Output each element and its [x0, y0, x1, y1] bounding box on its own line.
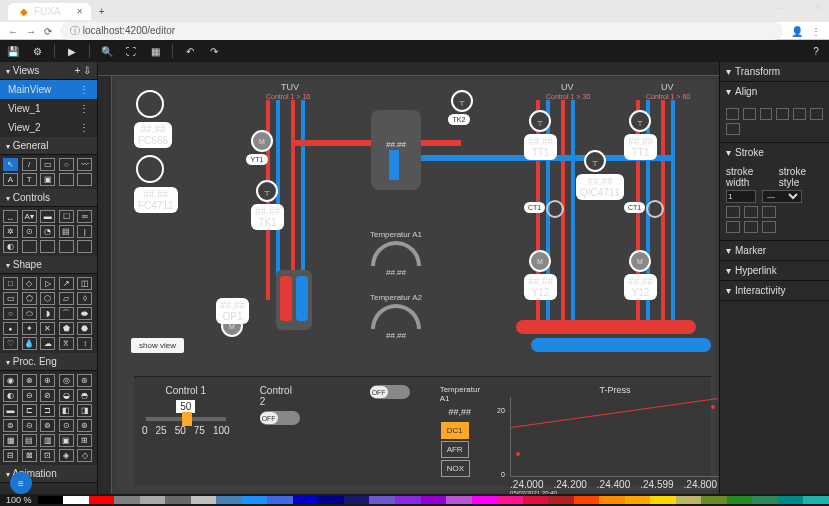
manifold-blue[interactable] — [531, 338, 711, 352]
tag-ct1b[interactable]: CT1 — [624, 202, 645, 213]
align-center-h[interactable] — [743, 108, 756, 120]
profile-icon[interactable]: 👤 — [791, 26, 803, 37]
gauge-a1[interactable]: Temperatur A1 ##.## — [366, 230, 426, 277]
tag-fc666[interactable]: ##.##FC666 — [134, 122, 172, 148]
tank[interactable]: ##.## — [371, 110, 421, 190]
expand-icon[interactable]: ⛶ — [124, 44, 138, 58]
gauge-a2[interactable]: Temperatur A2 ##.## — [366, 293, 426, 340]
zoom-level[interactable]: 100 % — [0, 495, 38, 505]
color-swatch[interactable] — [701, 496, 727, 504]
text2-tool[interactable]: T — [22, 173, 37, 186]
ellipse-tool[interactable]: ○ — [59, 158, 74, 171]
color-swatch[interactable] — [242, 496, 268, 504]
add-view-icon[interactable]: + — [74, 65, 80, 76]
general-header[interactable]: ▾ General — [0, 137, 97, 155]
dist-h[interactable] — [726, 123, 740, 135]
control-2-toggle[interactable]: OFF — [260, 411, 300, 425]
stroke-header[interactable]: ▾Stroke — [720, 143, 829, 162]
align-top[interactable] — [776, 108, 789, 120]
color-swatch[interactable] — [676, 496, 702, 504]
show-view-button[interactable]: show view — [131, 338, 184, 353]
color-swatch[interactable] — [421, 496, 447, 504]
tag-y12a[interactable]: ##.##Y12 — [524, 274, 557, 300]
trend-chart[interactable]: 20 0 — [510, 397, 719, 477]
view-item-1[interactable]: View_1⋮ — [0, 99, 97, 118]
reload-button[interactable]: ⟳ — [44, 26, 52, 37]
sensor-tk2[interactable]: ┬ — [451, 90, 473, 112]
control-1-slider[interactable] — [146, 417, 226, 421]
pointer-tool[interactable]: ↖ — [3, 158, 18, 171]
shape-header[interactable]: ▾ Shape — [0, 256, 97, 274]
fab-button[interactable]: ≡ — [10, 472, 32, 494]
maximize-button[interactable]: □ — [795, 2, 801, 13]
color-swatch[interactable] — [344, 496, 370, 504]
color-swatch[interactable] — [63, 496, 89, 504]
tag-ct1a[interactable]: CT1 — [524, 202, 545, 213]
tag-qi[interactable]: ##.##QIC4711 — [576, 174, 624, 200]
chip-afr[interactable]: AFR — [441, 441, 469, 458]
stroke-style-select[interactable]: — — [762, 190, 802, 203]
tab-close-icon[interactable]: × — [77, 6, 83, 17]
indicator-fc666[interactable] — [136, 90, 164, 118]
color-swatch[interactable] — [140, 496, 166, 504]
tag-tk1[interactable]: ##.##TK1 — [251, 204, 284, 230]
color-swatch[interactable] — [752, 496, 778, 504]
image-tool[interactable]: ▣ — [40, 173, 55, 186]
sensor-tt1b[interactable]: ┬ — [629, 110, 651, 132]
close-button[interactable]: ✕ — [813, 2, 821, 13]
color-swatch[interactable] — [293, 496, 319, 504]
view-item-2[interactable]: View_2⋮ — [0, 118, 97, 137]
color-swatch[interactable] — [38, 496, 64, 504]
color-swatch[interactable] — [625, 496, 651, 504]
line-tool[interactable]: / — [22, 158, 37, 171]
save-icon[interactable]: 💾 — [6, 44, 20, 58]
color-palette[interactable] — [38, 496, 829, 504]
toggle-2[interactable]: OFF — [370, 385, 410, 399]
sensor-qi[interactable]: ┬ — [584, 150, 606, 172]
menu-icon[interactable]: ⋮ — [811, 26, 821, 37]
color-swatch[interactable] — [446, 496, 472, 504]
align-left[interactable] — [726, 108, 739, 120]
zoom-icon[interactable]: 🔍 — [100, 44, 114, 58]
tag-fc4711[interactable]: ##.##FC4711 — [134, 187, 178, 213]
text-tool[interactable]: A — [3, 173, 18, 186]
color-swatch[interactable] — [574, 496, 600, 504]
cap-3[interactable] — [762, 206, 776, 218]
color-swatch[interactable] — [650, 496, 676, 504]
sensor-tt1a[interactable]: ┬ — [529, 110, 551, 132]
indicator-fc4711[interactable] — [136, 155, 164, 183]
path-tool[interactable]: 〰 — [77, 158, 92, 171]
pipe[interactable] — [571, 100, 575, 320]
chip-dc1[interactable]: DC1 — [441, 422, 469, 439]
color-swatch[interactable] — [318, 496, 344, 504]
color-swatch[interactable] — [369, 496, 395, 504]
fan-ct1a[interactable] — [546, 200, 564, 218]
interactivity-header[interactable]: ▾Interactivity — [720, 281, 829, 300]
new-tab-button[interactable]: + — [91, 6, 113, 17]
marker-header[interactable]: ▾Marker — [720, 241, 829, 260]
controls-header[interactable]: ▾ Controls — [0, 189, 97, 207]
color-swatch[interactable] — [89, 496, 115, 504]
undo-icon[interactable]: ↶ — [183, 44, 197, 58]
rect-tool[interactable]: ▭ — [40, 158, 55, 171]
color-swatch[interactable] — [114, 496, 140, 504]
color-swatch[interactable] — [523, 496, 549, 504]
redo-icon[interactable]: ↷ — [207, 44, 221, 58]
color-swatch[interactable] — [599, 496, 625, 504]
color-swatch[interactable] — [472, 496, 498, 504]
mixing-tank[interactable] — [276, 270, 312, 330]
forward-button[interactable]: → — [26, 26, 36, 37]
browser-tab[interactable]: ◆ FUXA × — [8, 3, 91, 20]
color-swatch[interactable] — [548, 496, 574, 504]
help-icon[interactable]: ? — [809, 44, 823, 58]
cap-2[interactable] — [744, 206, 758, 218]
pipe[interactable] — [671, 100, 675, 320]
color-swatch[interactable] — [778, 496, 804, 504]
transform-header[interactable]: ▾Transform — [720, 62, 829, 81]
editor-canvas[interactable]: ##.##FC666 ##.##FC4711 TUV Control 1 > 1… — [116, 80, 715, 490]
import-view-icon[interactable]: ⇩ — [83, 65, 91, 76]
motor-y12b[interactable]: M — [629, 250, 651, 272]
join-2[interactable] — [744, 221, 758, 233]
motor-y12a[interactable]: M — [529, 250, 551, 272]
url-input[interactable]: ⓘ localhost:4200/editor — [60, 22, 783, 40]
